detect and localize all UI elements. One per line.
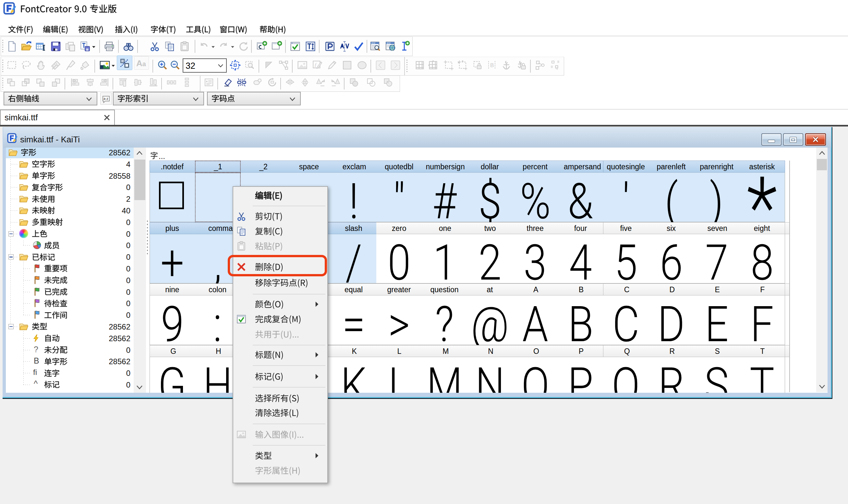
svg-text:a·z: a·z [104,97,108,101]
svg-text:XYZ: XYZ [387,42,391,44]
svg-text:XYZ: XYZ [372,42,375,44]
svg-text:B: B [490,62,494,68]
